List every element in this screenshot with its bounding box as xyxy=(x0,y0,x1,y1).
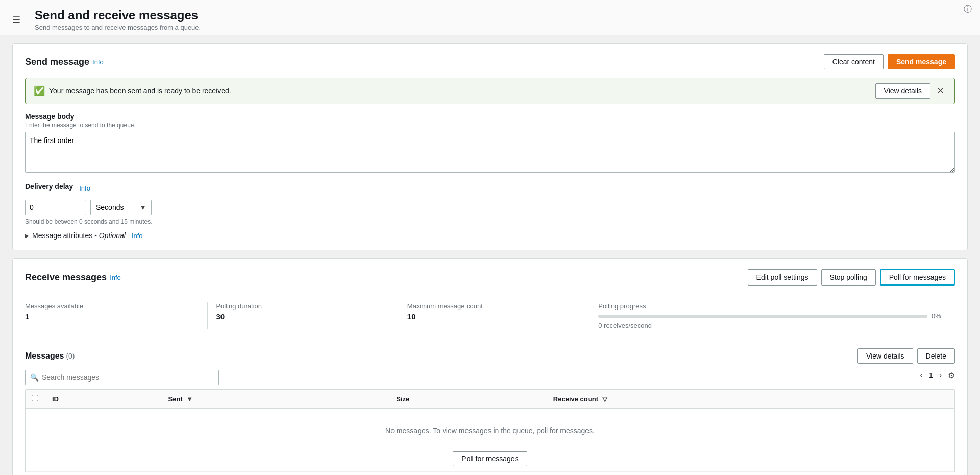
view-details-button-banner[interactable]: View details xyxy=(875,83,930,99)
table-settings-button[interactable]: ⚙ xyxy=(948,371,955,381)
messages-table: ID Sent ▼ Size Receive count ▽ xyxy=(26,390,954,472)
poll-for-messages-button-empty[interactable]: Poll for messages xyxy=(453,451,527,466)
message-attributes-info-link[interactable]: Info xyxy=(132,232,143,240)
polling-duration-label: Polling duration xyxy=(216,302,390,310)
message-body-field: Message body Enter the message to send t… xyxy=(25,112,955,174)
delivery-delay-input[interactable] xyxy=(25,200,86,215)
max-message-count-value: 10 xyxy=(407,312,581,321)
select-all-checkbox-header[interactable] xyxy=(26,390,46,409)
stats-row: Messages available 1 Polling duration 30… xyxy=(25,294,955,338)
page-header: ☰ Send and receive messages Send message… xyxy=(0,0,980,35)
message-body-label: Message body xyxy=(25,112,955,121)
pagination-row: ‹ 1 › ⚙ xyxy=(917,370,955,381)
delivery-delay-label: Delivery delay xyxy=(25,182,73,191)
receive-messages-title: Receive messages xyxy=(25,272,107,283)
send-message-title: Send message xyxy=(25,57,89,67)
message-attributes-label: Message attributes - Optional xyxy=(32,231,126,240)
column-size: Size xyxy=(390,390,547,409)
max-message-count-stat: Maximum message count 10 xyxy=(399,302,590,329)
messages-available-value: 1 xyxy=(25,312,199,321)
polling-duration-stat: Polling duration 30 xyxy=(208,302,399,329)
messages-available-label: Messages available xyxy=(25,302,199,310)
empty-state-text: No messages. To view messages in the que… xyxy=(32,414,948,447)
table-header-row: ID Sent ▼ Size Receive count ▽ xyxy=(26,390,954,409)
column-sent: Sent ▼ xyxy=(162,390,390,409)
edit-poll-settings-button[interactable]: Edit poll settings xyxy=(748,269,817,286)
progress-percentage: 0% xyxy=(932,312,947,320)
table-row: No messages. To view messages in the que… xyxy=(26,409,954,472)
poll-for-messages-button-header[interactable]: Poll for messages xyxy=(880,269,955,286)
message-attributes-section[interactable]: ▶ Message attributes - Optional Info xyxy=(25,231,955,240)
column-receive-count: Receive count ▽ xyxy=(547,390,954,409)
send-message-card: Send message Info Clear content Send mes… xyxy=(12,43,968,250)
messages-count: (0) xyxy=(66,352,75,360)
sort-arrow-icon: ▼ xyxy=(186,395,193,403)
message-body-textarea[interactable]: The first order xyxy=(25,132,955,173)
column-id: ID xyxy=(46,390,162,409)
delivery-delay-hint: Should be between 0 seconds and 15 minut… xyxy=(25,218,955,225)
search-messages-input[interactable] xyxy=(25,370,219,385)
delete-button[interactable]: Delete xyxy=(917,348,955,364)
message-body-hint: Enter the message to send to the queue. xyxy=(25,122,955,129)
messages-title: Messages xyxy=(25,351,64,360)
column-receive-count-sort-icon: ▽ xyxy=(602,395,607,403)
search-and-pagination: 🔍 ‹ 1 › ⚙ xyxy=(25,370,955,385)
polling-duration-value: 30 xyxy=(216,312,390,321)
receive-messages-info-link[interactable]: Info xyxy=(110,274,121,281)
next-page-button[interactable]: › xyxy=(936,370,945,381)
search-wrapper: 🔍 xyxy=(25,370,219,385)
success-banner-text: Your message has been sent and is ready … xyxy=(49,87,231,95)
polling-progress-stat: Polling progress 0% 0 receives/second xyxy=(590,302,955,329)
hamburger-menu[interactable]: ☰ xyxy=(12,14,20,26)
max-message-count-label: Maximum message count xyxy=(407,302,581,310)
receives-per-second: 0 receives/second xyxy=(598,322,947,329)
delay-unit-select[interactable]: Seconds Minutes xyxy=(90,200,152,215)
collapse-arrow-icon: ▶ xyxy=(25,233,29,239)
page-subtitle: Send messages to and receive messages fr… xyxy=(35,23,201,31)
send-message-info-link[interactable]: Info xyxy=(92,58,104,66)
view-details-button-table[interactable]: View details xyxy=(857,348,913,364)
receive-messages-card: Receive messages Info Edit poll settings… xyxy=(12,258,968,475)
delay-unit-select-wrapper: Seconds Minutes ▼ xyxy=(90,200,152,215)
send-message-button[interactable]: Send message xyxy=(888,54,955,69)
page-number: 1 xyxy=(929,371,933,379)
progress-bar xyxy=(598,315,927,318)
select-all-checkbox[interactable] xyxy=(32,395,38,401)
polling-progress-label: Polling progress xyxy=(598,302,947,310)
messages-available-stat: Messages available 1 xyxy=(25,302,208,329)
stop-polling-button[interactable]: Stop polling xyxy=(821,269,876,286)
messages-table-wrapper: ID Sent ▼ Size Receive count ▽ xyxy=(25,389,955,472)
prev-page-button[interactable]: ‹ xyxy=(917,370,926,381)
delivery-delay-info-link[interactable]: Info xyxy=(79,184,90,192)
messages-actions: View details Delete xyxy=(857,348,955,364)
messages-section-header: Messages (0) View details Delete xyxy=(25,348,955,364)
success-icon: ✅ xyxy=(34,85,45,97)
delivery-delay-section: Delivery delay Info Seconds Minutes ▼ Sh… xyxy=(25,182,955,225)
page-title: Send and receive messages xyxy=(35,8,201,22)
clear-content-button[interactable]: Clear content xyxy=(824,54,884,69)
success-banner: ✅ Your message has been sent and is read… xyxy=(25,78,955,104)
close-banner-button[interactable]: ✕ xyxy=(935,85,946,97)
info-icon: ⓘ xyxy=(964,4,972,15)
messages-section: Messages (0) View details Delete 🔍 ‹ 1 › xyxy=(25,348,955,472)
